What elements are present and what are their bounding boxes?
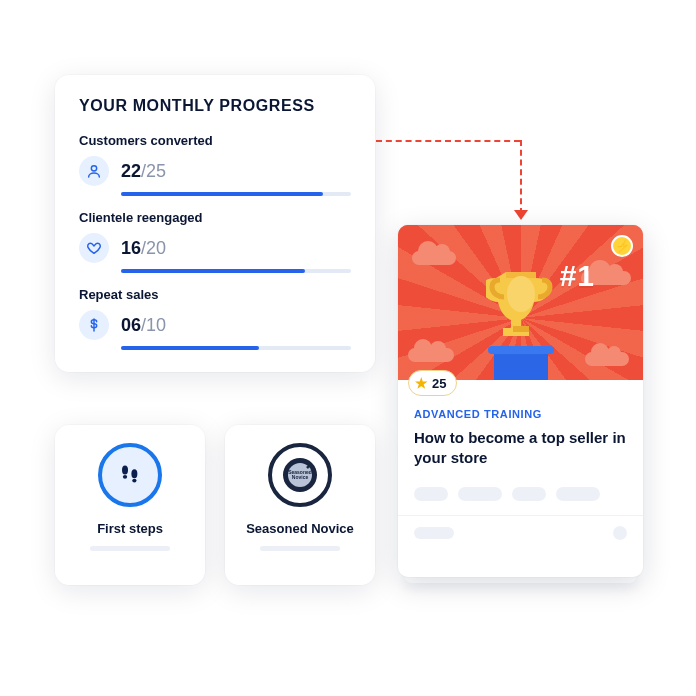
training-hero-image: #1 ⚡: [398, 225, 643, 380]
arrow-head-icon: [514, 210, 528, 220]
star-icon: ★: [415, 375, 428, 391]
progress-bar: [121, 192, 351, 196]
heart-icon: [79, 233, 109, 263]
points-value: 25: [432, 376, 446, 391]
progress-heading: YOUR MONTHLY PROGRESS: [79, 97, 351, 115]
training-category: ADVANCED TRAINING: [414, 408, 627, 420]
svg-point-2: [123, 475, 127, 479]
svg-point-0: [91, 166, 96, 171]
metric-label: Customers converted: [79, 133, 351, 148]
training-card[interactable]: #1 ⚡ ★ 25 ADVANCED TRAINING How to becom…: [398, 225, 643, 577]
arrow-connector: [520, 140, 522, 214]
progress-bar: [121, 346, 351, 350]
metric-label: Repeat sales: [79, 287, 351, 302]
progress-bar-fill: [121, 192, 323, 196]
svg-rect-8: [513, 326, 529, 332]
trophy-icon: [486, 264, 556, 350]
placeholder-footer: [414, 526, 627, 540]
seal-icon: SeasonedNovice: [268, 443, 332, 507]
badge-first-steps[interactable]: First steps: [55, 425, 205, 585]
arrow-connector: [376, 140, 520, 142]
svg-point-4: [132, 479, 136, 483]
svg-point-7: [507, 276, 535, 312]
badge-progress-bar: [260, 546, 340, 551]
metric-value: 06: [121, 315, 141, 336]
dollar-icon: [79, 310, 109, 340]
training-title: How to become a top seller in your store: [414, 428, 627, 469]
progress-bar: [121, 269, 351, 273]
user-icon: [79, 156, 109, 186]
svg-point-1: [122, 466, 128, 475]
progress-bar-fill: [121, 346, 259, 350]
hero-rank-tag: #1: [560, 259, 595, 293]
points-badge: ★ 25: [408, 370, 457, 396]
progress-bar-fill: [121, 269, 305, 273]
monthly-progress-card: YOUR MONTHLY PROGRESS Customers converte…: [55, 75, 375, 372]
badge-title: First steps: [97, 521, 163, 536]
badge-seasoned-novice[interactable]: SeasonedNovice Seasoned Novice: [225, 425, 375, 585]
svg-point-3: [131, 469, 137, 478]
badge-title: Seasoned Novice: [246, 521, 354, 536]
metric-total: /20: [141, 238, 166, 259]
metric-repeat-sales: Repeat sales 06/10: [79, 287, 351, 350]
metric-clientele-reengaged: Clientele reengaged 16/20: [79, 210, 351, 273]
metric-value: 22: [121, 161, 141, 182]
card-stack-decoration: [404, 573, 637, 583]
metric-label: Clientele reengaged: [79, 210, 351, 225]
metric-total: /10: [141, 315, 166, 336]
metric-value: 16: [121, 238, 141, 259]
divider: [398, 515, 643, 516]
lightning-icon: ⚡: [611, 235, 633, 257]
badge-progress-bar: [90, 546, 170, 551]
metric-total: /25: [141, 161, 166, 182]
metric-customers-converted: Customers converted 22/25: [79, 133, 351, 196]
placeholder-tags: [414, 487, 627, 501]
footsteps-icon: [98, 443, 162, 507]
